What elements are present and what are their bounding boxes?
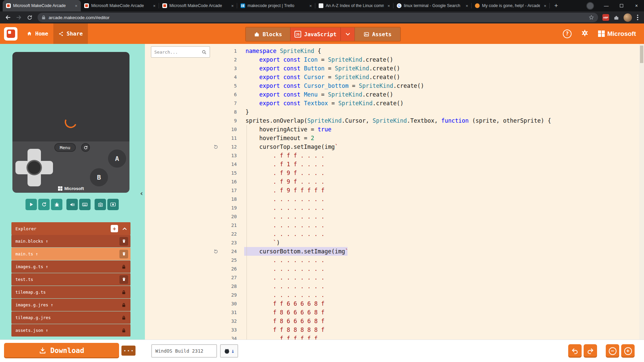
code-line-27[interactable]: 27 . . . . . . . . [145,273,639,282]
sim-menu-button[interactable]: Menu [54,143,76,152]
browser-tab[interactable]: makecode project | Trello× [237,0,315,11]
line-history-icon[interactable] [211,142,220,151]
code-line-23[interactable]: 23 `) [145,238,639,247]
tab-close-icon[interactable]: × [386,3,391,8]
tab-close-icon[interactable]: × [152,3,157,8]
new-tab-button[interactable]: + [551,1,561,10]
code-line-29[interactable]: 29 . . . . . . . . [145,291,639,299]
browser-tab[interactable]: Microsoft MakeCode Arcade× [81,0,159,11]
explorer-header[interactable]: Explorer + [11,222,130,235]
explorer-file-row[interactable]: main.ts ↑ [11,248,130,260]
explorer-file-row[interactable]: test.ts [11,273,130,286]
sim-reset-button[interactable] [81,143,90,152]
download-button[interactable]: Download [4,343,119,358]
code-line-1[interactable]: 1namespace SpriteKind { [145,47,639,55]
tab-close-icon[interactable]: × [73,3,79,8]
bookmark-star-icon[interactable] [589,15,594,20]
code-line-7[interactable]: 7 export const Textbox = SpriteKind.crea… [145,99,639,108]
code-line-15[interactable]: 15 . f 9 f . . . . [145,169,639,177]
sim-mute-button[interactable] [66,199,78,210]
code-line-22[interactable]: 22 . . . . . . . . [145,230,639,238]
code-line-30[interactable]: 30 f f 6 6 6 6 8 f [145,299,639,308]
code-line-4[interactable]: 4 export const Cursor = SpriteKind.creat… [145,73,639,81]
code-line-10[interactable]: 10 hoveringActive = true [145,125,639,134]
toolbox-search[interactable] [151,46,210,58]
refresh-button[interactable] [25,13,34,22]
extension-puzzle-icon[interactable] [611,13,621,22]
code-line-16[interactable]: 16 . f 9 f . . . . [145,177,639,186]
explorer-file-row[interactable]: tilemap.g.ts [11,286,130,298]
explorer-file-row[interactable]: images.g.ts ↑ [11,260,130,273]
back-button[interactable] [3,13,13,22]
address-bar[interactable]: arcade.makecode.com/#editor [38,13,598,22]
settings-button[interactable] [581,29,589,38]
code-line-18[interactable]: 18 . . . . . . . . [145,195,639,203]
home-button[interactable]: Home [21,23,53,44]
dpad-knob[interactable] [26,160,42,175]
code-line-2[interactable]: 2 export const Icon = SpriteKind.create(… [145,55,639,64]
b-button[interactable]: B [90,168,108,186]
line-history-icon[interactable] [211,247,220,256]
code-line-34[interactable]: 34 . f f f f f f . [145,334,639,340]
sim-debug-button[interactable] [51,199,62,210]
sim-restart-button[interactable] [38,199,50,210]
code-line-13[interactable]: 13 . f f f . . . . [145,151,639,160]
add-file-button[interactable]: + [111,225,118,232]
code-line-8[interactable]: 8} [145,108,639,116]
explorer-file-row[interactable]: assets.json ↑ [11,324,130,337]
code-line-12[interactable]: 12 cursorTop.setImage(img` [145,142,639,151]
browser-tab[interactable]: Microsoft MakeCode Arcade× [159,0,237,11]
forward-button[interactable] [14,13,23,22]
delete-file-button[interactable] [119,275,128,284]
mode-dropdown-button[interactable] [340,27,355,41]
code-line-3[interactable]: 3 export const Button = SpriteKind.creat… [145,64,639,73]
project-name-input[interactable] [151,344,217,358]
download-options-button[interactable]: ... [121,346,136,356]
microsoft-logo[interactable]: Microsoft [598,30,636,38]
code-line-20[interactable]: 20 . . . . . . . . [145,212,639,221]
tab-close-icon[interactable]: × [542,3,548,8]
tab-javascript[interactable]: JS JavaScript [290,27,340,41]
code-line-33[interactable]: 33 f f 8 8 8 8 8 f [145,325,639,334]
dpad-control[interactable] [15,149,53,186]
help-button[interactable]: ? [563,29,572,38]
tab-close-icon[interactable]: × [464,3,470,8]
close-button[interactable]: × [629,0,644,11]
code-line-5[interactable]: 5 export const Cursor_bottom = SpriteKin… [145,81,639,90]
tab-close-icon[interactable]: × [308,3,313,8]
code-line-28[interactable]: 28 . . . . . . . . [145,282,639,291]
minimize-button[interactable]: — [599,0,614,11]
sim-record-button[interactable] [107,199,119,210]
code-line-32[interactable]: 32 f 8 6 6 6 6 8 f [145,317,639,325]
code-line-26[interactable]: 26 . . . . . . . . [145,264,639,273]
editor-scrollbar[interactable] [639,44,644,340]
zoom-in-button[interactable]: + [621,344,635,358]
tab-close-icon[interactable]: × [230,3,235,8]
code-line-6[interactable]: 6 export const Menu = SpriteKind.create(… [145,90,639,99]
delete-file-button[interactable] [119,237,128,246]
makecode-logo[interactable] [4,27,17,41]
search-input[interactable] [154,50,202,55]
monaco-code-area[interactable]: 1namespace SpriteKind {2 export const Ic… [145,44,639,340]
code-line-17[interactable]: 17 . f 9 f f f f f [145,186,639,195]
sim-keyboard-button[interactable] [79,199,91,210]
browser-tab[interactable]: My code is gone, help! - Arcade× [472,0,550,11]
code-line-9[interactable]: 9sprites.onOverlap(SpriteKind.Cursor, Sp… [145,116,639,125]
explorer-file-row[interactable]: main.blocks ↑ [11,235,130,247]
simulator-screen[interactable] [12,52,129,141]
zoom-out-button[interactable]: − [606,344,619,358]
browser-tab[interactable]: linux terminal - Google Search× [393,0,472,11]
explorer-file-row[interactable]: tilemap.g.jres [11,311,130,324]
code-line-11[interactable]: 11 hoverTimeout = 2 [145,134,639,142]
code-line-24[interactable]: 24 cursorBottom.setImage(img` [145,247,639,256]
redo-button[interactable] [584,344,597,358]
a-button[interactable]: A [108,149,126,168]
scrollbar-thumb[interactable] [640,46,643,63]
browser-tab[interactable]: Microsoft MakeCode Arcade× [3,0,81,11]
browser-profile-button[interactable] [586,2,594,10]
collapse-panel-button[interactable]: ‹ [139,188,144,198]
code-line-19[interactable]: 19 . . . . . . . . [145,203,639,212]
maximize-button[interactable] [614,0,629,11]
delete-file-button[interactable] [119,250,128,258]
share-button[interactable]: Share [53,23,88,44]
